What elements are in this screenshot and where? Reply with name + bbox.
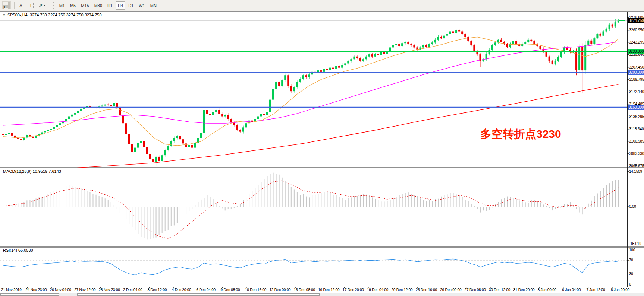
symbol-dropdown-caret-icon[interactable]: ▼ bbox=[3, 13, 6, 17]
timeframe-w1-button[interactable]: W1 bbox=[136, 1, 147, 10]
toolbar-grip-icon[interactable]: F bbox=[2, 1, 11, 9]
candlestick bbox=[395, 44, 397, 45]
candlestick bbox=[380, 52, 382, 55]
candlestick bbox=[455, 30, 457, 33]
candlestick bbox=[218, 110, 220, 114]
candlestick bbox=[104, 105, 106, 106]
candlestick bbox=[68, 116, 70, 119]
candlestick bbox=[266, 112, 268, 115]
candlestick bbox=[443, 36, 445, 38]
candlestick bbox=[71, 115, 73, 117]
candlestick bbox=[203, 110, 205, 133]
candlestick bbox=[506, 44, 508, 47]
candlestick bbox=[269, 100, 271, 112]
candlestick bbox=[365, 57, 367, 59]
candlestick bbox=[524, 42, 526, 44]
candlestick bbox=[609, 25, 610, 29]
letter-a-icon: A bbox=[19, 3, 22, 8]
candlestick bbox=[461, 31, 463, 34]
scrollbar-left-segment[interactable] bbox=[0, 293, 59, 296]
chart-symbol-title: SP500-,H4 bbox=[7, 13, 28, 17]
timeframe-mn-button[interactable]: MN bbox=[148, 1, 159, 10]
candlestick bbox=[533, 41, 535, 44]
candlestick bbox=[272, 89, 274, 100]
candlestick bbox=[155, 157, 157, 162]
candlestick bbox=[353, 57, 355, 59]
candlestick bbox=[41, 132, 43, 134]
candlestick bbox=[209, 114, 211, 115]
candlestick bbox=[239, 130, 241, 132]
timeframe-m5-button[interactable]: M5 bbox=[68, 1, 78, 10]
candlestick bbox=[287, 75, 289, 86]
candlestick bbox=[338, 66, 340, 68]
candlestick bbox=[398, 44, 400, 46]
candlestick bbox=[612, 25, 613, 27]
candlestick bbox=[23, 137, 25, 140]
candlestick bbox=[603, 31, 604, 35]
candlestick bbox=[20, 139, 22, 140]
timeframe-m15-button[interactable]: M15 bbox=[79, 1, 91, 10]
candlestick bbox=[152, 159, 154, 162]
text-a-tool-button[interactable]: A bbox=[17, 1, 25, 10]
candlestick bbox=[236, 125, 238, 130]
candlestick bbox=[371, 54, 373, 57]
candlestick bbox=[515, 41, 517, 44]
timeframe-m1-button[interactable]: M1 bbox=[57, 1, 67, 10]
candlestick bbox=[296, 82, 298, 87]
candlestick bbox=[257, 116, 259, 119]
candlestick bbox=[446, 34, 448, 36]
rsi-indicator-label: RSI(14) 65.0530 bbox=[3, 248, 33, 252]
candlestick bbox=[458, 30, 460, 32]
candlestick bbox=[587, 41, 589, 45]
candlestick bbox=[549, 57, 550, 61]
candlestick bbox=[374, 54, 376, 56]
candlestick bbox=[167, 146, 169, 150]
toolbar-grip-dots[interactable] bbox=[53, 2, 55, 9]
chart-plot-area[interactable] bbox=[0, 0, 644, 296]
scrollbar-thumb[interactable] bbox=[77, 293, 320, 296]
arrows-tool-button[interactable]: ➚ ▾ bbox=[37, 1, 48, 10]
candlestick bbox=[356, 57, 358, 58]
timeframe-d1-button[interactable]: D1 bbox=[126, 1, 136, 10]
candlestick bbox=[389, 47, 391, 51]
candlestick bbox=[50, 129, 52, 130]
candlestick bbox=[299, 79, 301, 82]
candlestick bbox=[173, 138, 175, 141]
candlestick bbox=[593, 38, 595, 44]
candlestick bbox=[581, 47, 583, 71]
dropdown-caret-icon[interactable]: ▾ bbox=[44, 4, 45, 7]
candlestick bbox=[32, 137, 34, 138]
candlestick bbox=[332, 68, 334, 69]
candlestick bbox=[326, 69, 328, 70]
horizontal-scrollbar[interactable] bbox=[0, 293, 644, 296]
candlestick bbox=[161, 155, 163, 161]
candlestick bbox=[473, 45, 475, 51]
arrow-icon: ➚ bbox=[39, 3, 43, 8]
timeframe-m30-button[interactable]: M30 bbox=[92, 1, 104, 10]
candlestick bbox=[188, 145, 190, 147]
candlestick bbox=[248, 121, 250, 123]
candlestick bbox=[5, 134, 7, 135]
candlestick bbox=[164, 150, 166, 155]
candlestick bbox=[323, 69, 325, 71]
candlestick bbox=[557, 57, 559, 61]
candlestick bbox=[401, 43, 403, 46]
candlestick bbox=[470, 41, 472, 45]
chart-title-bar: ▼SP500-,H4 3274.750 3274.750 3274.750 32… bbox=[3, 13, 102, 17]
candlestick bbox=[140, 141, 142, 143]
candlestick bbox=[230, 119, 232, 122]
candlestick bbox=[434, 40, 436, 42]
candlestick bbox=[137, 143, 139, 148]
candlestick bbox=[437, 37, 439, 39]
candlestick bbox=[206, 110, 208, 114]
timeframe-h4-button[interactable]: H4 bbox=[116, 1, 125, 10]
candlestick bbox=[185, 143, 187, 147]
candlestick bbox=[131, 144, 133, 152]
candlestick bbox=[452, 31, 454, 33]
timeframe-h1-button[interactable]: H1 bbox=[105, 1, 115, 10]
text-label-t-tool-button[interactable]: T bbox=[26, 1, 36, 10]
candlestick bbox=[74, 113, 76, 115]
candlestick bbox=[200, 133, 202, 138]
chart-annotation-text: 多空转折点3230 bbox=[480, 127, 561, 142]
candlestick bbox=[212, 112, 214, 115]
